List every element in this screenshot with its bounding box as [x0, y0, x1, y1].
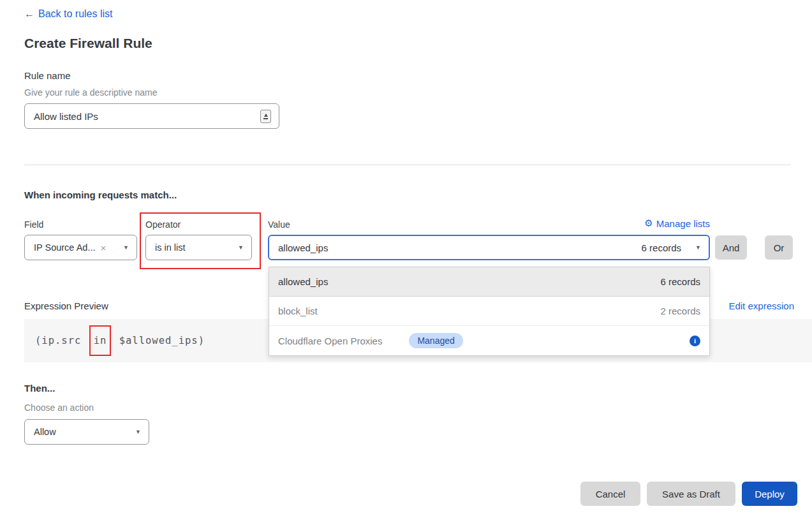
info-icon[interactable]: i [690, 336, 700, 346]
deploy-button[interactable]: Deploy [742, 482, 797, 506]
action-select-value: Allow [34, 427, 56, 437]
chevron-down-icon: ▼ [690, 244, 701, 251]
value-label: Value [268, 219, 290, 230]
chevron-down-icon: ▼ [118, 244, 129, 251]
expression-code: (ip.src in $allowed_ips) [35, 334, 205, 348]
value-combobox-text: allowed_ips [278, 242, 328, 253]
operator-select[interactable]: is in list ▼ [145, 235, 252, 260]
list-item-name: allowed_ips [278, 276, 328, 287]
expression-highlighted-operator: in [89, 325, 112, 356]
operator-label: Operator [145, 219, 181, 230]
or-button[interactable]: Or [765, 235, 793, 260]
edit-expression-link[interactable]: Edit expression [728, 300, 794, 311]
list-item-records: 6 records [660, 276, 700, 287]
list-item-records: 2 records [660, 306, 700, 316]
clear-field-icon[interactable]: × [100, 242, 106, 253]
cancel-button[interactable]: Cancel [580, 482, 640, 506]
gear-icon: ⚙ [644, 218, 653, 229]
action-help-text: Choose an action [24, 403, 94, 413]
managed-badge: Managed [409, 333, 462, 348]
field-label: Field [24, 219, 43, 230]
save-as-draft-button[interactable]: Save as Draft [647, 482, 735, 506]
and-button[interactable]: And [715, 235, 747, 260]
then-section-heading: Then... [24, 383, 55, 394]
list-item-block-list[interactable]: block_list 2 records [269, 297, 709, 326]
create-firewall-rule-page: ←Back to rules list Create Firewall Rule… [0, 0, 812, 525]
back-arrow-icon: ← [24, 8, 34, 19]
action-select[interactable]: Allow ▼ [24, 419, 149, 445]
value-records-count: 6 records [642, 242, 682, 253]
list-item-allowed-ips[interactable]: allowed_ips 6 records [269, 267, 709, 297]
match-section-heading: When incoming requests match... [24, 189, 177, 200]
expression-preview-label: Expression Preview [24, 300, 108, 311]
lists-dropdown-panel: allowed_ips 6 records block_list 2 recor… [269, 267, 710, 356]
page-title: Create Firewall Rule [24, 36, 152, 51]
field-select[interactable]: IP Source Ad... × ▼ [24, 235, 137, 260]
autofill-extension-icon[interactable] [260, 110, 271, 123]
list-item-name: block_list [278, 306, 318, 316]
back-to-rules-link[interactable]: ←Back to rules list [24, 8, 112, 20]
back-link-label: Back to rules list [38, 8, 112, 19]
expression-pre: (ip.src [35, 335, 81, 346]
section-divider [24, 165, 791, 165]
rule-name-label: Rule name [24, 70, 71, 81]
manage-lists-link[interactable]: ⚙ Manage lists [644, 218, 710, 229]
operator-select-value: is in list [155, 242, 186, 253]
chevron-down-icon: ▼ [130, 429, 141, 435]
chevron-down-icon: ▼ [233, 244, 244, 251]
rule-name-value: Allow listed IPs [34, 111, 260, 122]
value-combobox[interactable]: allowed_ips 6 records ▼ [268, 235, 710, 260]
rule-name-input[interactable]: Allow listed IPs [24, 103, 279, 129]
expression-post: $allowed_ips) [119, 335, 205, 346]
manage-lists-label: Manage lists [656, 218, 710, 229]
list-item-cloudflare-open-proxies[interactable]: Cloudflare Open Proxies Managed i [269, 326, 709, 355]
field-select-value: IP Source Ad... [34, 242, 95, 253]
rule-name-help: Give your rule a descriptive name [24, 87, 158, 98]
list-item-name: Cloudflare Open Proxies [278, 336, 382, 346]
